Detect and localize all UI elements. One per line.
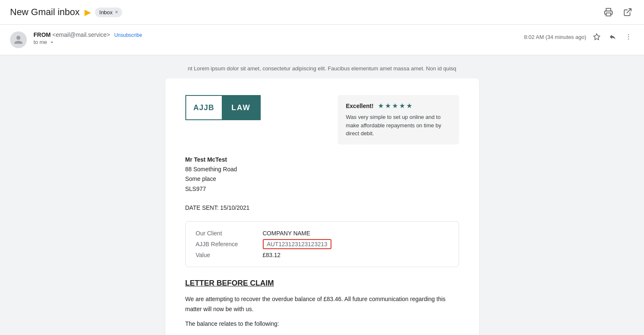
star-3: ★ — [392, 102, 398, 110]
inbox-tag-label: Inbox — [99, 9, 113, 15]
ajjb-logo: AJJB LAW — [185, 95, 261, 120]
letter-para-1: We are attempting to recover the overdue… — [185, 294, 459, 314]
from-label: FROM — [33, 31, 51, 38]
date-sent: DATE SENT: 15/10/2021 — [185, 204, 459, 211]
email-title: New Gmail inbox — [10, 7, 80, 18]
person-icon — [13, 35, 23, 45]
email-timestamp: 8:02 AM (34 minutes ago) — [524, 34, 586, 40]
print-button[interactable] — [602, 6, 615, 18]
client-value: COMPANY NAME — [263, 230, 310, 237]
email-preview-text: nt Lorem ipsum dolor sit amet, consectet… — [0, 65, 644, 72]
info-row-client: Our Client COMPANY NAME — [196, 230, 449, 237]
email-body-wrapper: nt Lorem ipsum dolor sit amet, consectet… — [0, 55, 644, 335]
star-button[interactable] — [591, 31, 602, 42]
logo-left: AJJB — [186, 96, 223, 119]
sender-email: <email@mail.service> — [52, 31, 110, 38]
address-block: Mr Test McTest 88 Something Road Some pl… — [185, 156, 459, 194]
logo-law-text: LAW — [231, 103, 251, 112]
email-sender-row: FROM <email@mail.service> Unsubscribe to… — [0, 25, 644, 55]
client-label: Our Client — [196, 230, 263, 237]
popout-button[interactable] — [621, 6, 634, 18]
date-sent-value: 15/10/2021 — [220, 204, 249, 211]
info-row-value: Value £83.12 — [196, 252, 449, 258]
letter-title: LETTER BEFORE CLAIM — [185, 279, 459, 288]
logo-ajjb-text: AJJB — [193, 103, 214, 112]
info-table-box: Our Client COMPANY NAME AJJB Reference A… — [185, 221, 459, 267]
review-excellent: Excellent! — [346, 103, 374, 109]
email-content-card: AJJB LAW Excellent! ★ ★ ★ ★ ★ — [165, 78, 479, 335]
star-1: ★ — [378, 102, 384, 110]
sender-info: FROM <email@mail.service> Unsubscribe to… — [33, 31, 524, 45]
header-actions — [602, 6, 634, 18]
sender-to-line[interactable]: to me — [33, 39, 524, 45]
svg-point-5 — [628, 39, 629, 39]
svg-point-3 — [628, 34, 629, 35]
svg-line-1 — [627, 9, 631, 13]
recipient-name: Mr Test McTest — [185, 156, 459, 163]
letter-para-2: The balance relates to the following: — [185, 319, 459, 329]
address-line-2: Some place — [185, 174, 459, 184]
review-box: Excellent! ★ ★ ★ ★ ★ Was very simple to … — [338, 95, 459, 144]
more-options-button[interactable] — [623, 31, 634, 42]
email-meta-right: 8:02 AM (34 minutes ago) — [524, 31, 634, 42]
svg-rect-0 — [606, 13, 611, 16]
value-label: Value — [196, 252, 263, 258]
reply-button[interactable] — [607, 31, 618, 42]
date-sent-label: DATE SENT: — [185, 204, 219, 211]
forward-arrow-icon: ▶ — [85, 7, 91, 17]
sender-avatar — [10, 31, 27, 48]
inbox-tag-close-icon[interactable]: × — [115, 9, 118, 15]
stars: ★ ★ ★ ★ ★ — [378, 102, 412, 110]
chevron-down-icon — [49, 39, 55, 45]
to-label: to me — [33, 39, 47, 45]
address-line-3: SLS977 — [185, 184, 459, 194]
reference-label: AJJB Reference — [196, 241, 263, 247]
logo-section: AJJB LAW — [185, 95, 328, 120]
star-2: ★ — [385, 102, 391, 110]
value-value: £83.12 — [263, 252, 281, 258]
review-text: Was very simple to set up online and to … — [346, 113, 451, 138]
logo-right: LAW — [223, 96, 260, 119]
inbox-tag: Inbox × — [95, 8, 122, 17]
star-4: ★ — [399, 102, 405, 110]
email-header-bar: New Gmail inbox ▶ Inbox × — [0, 0, 644, 25]
letter-body: We are attempting to recover the overdue… — [185, 294, 459, 329]
unsubscribe-link[interactable]: Unsubscribe — [114, 32, 142, 38]
svg-point-4 — [628, 36, 629, 37]
reference-value: AUT123123123123213 — [263, 239, 332, 249]
address-line-1: 88 Something Road — [185, 165, 459, 175]
info-row-reference: AJJB Reference AUT123123123123213 — [196, 239, 449, 249]
svg-marker-2 — [594, 34, 600, 40]
logo-review-row: AJJB LAW Excellent! ★ ★ ★ ★ ★ — [185, 95, 459, 144]
sender-from-line: FROM <email@mail.service> Unsubscribe — [33, 31, 524, 38]
star-5: ★ — [406, 102, 412, 110]
review-header: Excellent! ★ ★ ★ ★ ★ — [346, 102, 451, 110]
